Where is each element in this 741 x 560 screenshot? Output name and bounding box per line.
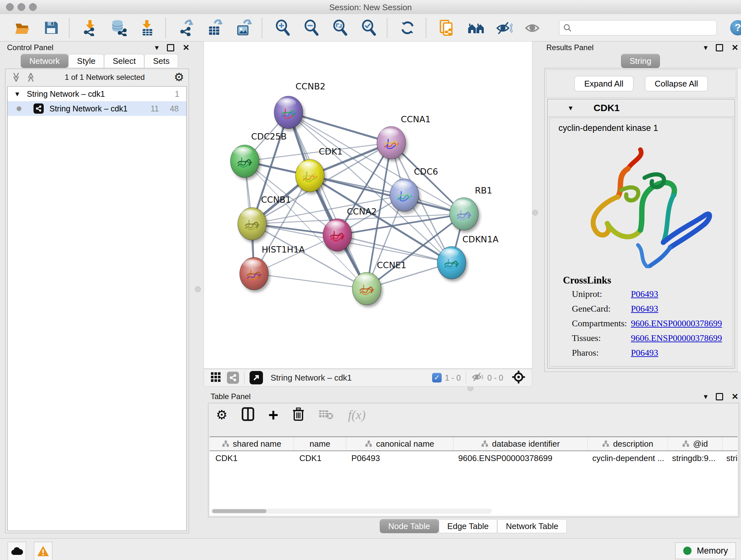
tab-string[interactable]: String (621, 54, 660, 68)
expand-all-networks-icon[interactable]: ≫ (26, 72, 36, 82)
network-node-HIST1H1A[interactable] (240, 257, 268, 290)
collection-expander-icon[interactable]: ▾ (15, 90, 19, 98)
import-network-file-icon[interactable] (82, 19, 98, 36)
crosslink-link[interactable]: P06493 (631, 348, 658, 362)
tab-node-table[interactable]: Node Table (380, 519, 439, 533)
network-row[interactable]: String Network – cdk1 11 48 (8, 101, 186, 116)
float-panel-icon[interactable] (716, 393, 723, 400)
table-cell[interactable]: CDK1 (293, 453, 346, 463)
zoom-in-icon[interactable] (274, 19, 291, 36)
open-session-icon[interactable] (14, 19, 30, 36)
network-collection-row[interactable]: ▾ String Network – cdk1 1 (8, 86, 186, 101)
column-header-namespace[interactable]: namespace (723, 437, 738, 450)
network-node-CCNB2[interactable] (274, 96, 303, 129)
scrollbar-thumb[interactable] (212, 509, 266, 513)
column-header-database-identifier[interactable]: database identifier (454, 437, 588, 450)
network-node-RB1[interactable] (450, 198, 478, 230)
grid-view-icon[interactable] (210, 372, 221, 384)
results-scrollbar[interactable] (737, 68, 741, 372)
table-cell[interactable]: stringdb (721, 453, 738, 463)
warning-icon[interactable] (34, 542, 52, 560)
column-header-shared-name[interactable]: shared name (210, 437, 294, 450)
horizontal-scrollbar[interactable] (211, 509, 492, 514)
fit-content-icon[interactable] (332, 19, 348, 36)
import-table-file-icon[interactable] (139, 19, 156, 36)
network-share-icon[interactable] (227, 372, 239, 384)
float-panel-icon[interactable] (167, 44, 174, 51)
close-panel-icon[interactable]: ✕ (731, 392, 738, 401)
zoom-out-icon[interactable] (303, 19, 320, 36)
network-edge[interactable] (254, 273, 367, 289)
save-session-icon[interactable] (43, 19, 59, 36)
network-edge[interactable] (288, 112, 367, 289)
right-splitter-handle[interactable] (532, 210, 538, 215)
search-field[interactable] (559, 20, 717, 36)
show-columns-icon[interactable] (242, 407, 254, 422)
gene-expander-icon[interactable]: ▾ (569, 104, 572, 112)
network-node-CCNB1[interactable] (238, 207, 266, 240)
tab-network-table[interactable]: Network Table (497, 519, 567, 533)
close-panel-icon[interactable]: ✕ (731, 44, 738, 52)
network-node-CCNE1[interactable] (352, 272, 381, 305)
create-column-icon[interactable]: + (268, 408, 279, 421)
network-canvas[interactable]: CCNB2CCNA1CDC25BCDK1CDC6RB1CCNB1CCNA2CDK… (204, 41, 532, 369)
duplicate-network-icon[interactable] (439, 19, 455, 36)
collapse-all-networks-icon[interactable]: ≫ (11, 72, 21, 82)
column-header-@id[interactable]: @id (668, 437, 723, 450)
tab-edge-table[interactable]: Edge Table (439, 519, 497, 533)
table-options-gear-icon[interactable]: ⚙ (216, 408, 227, 422)
tab-select[interactable]: Select (104, 54, 144, 68)
column-header-name[interactable]: name (294, 437, 346, 450)
crosslink-link[interactable]: P06493 (631, 289, 658, 304)
delete-column-icon[interactable] (292, 407, 305, 423)
export-network-icon[interactable] (178, 19, 195, 36)
table-cell[interactable]: stringdb:9... (666, 453, 721, 463)
tab-sets[interactable]: Sets (144, 54, 178, 68)
hide-selected-icon[interactable] (496, 19, 513, 36)
network-edge[interactable] (337, 235, 452, 263)
left-splitter-handle[interactable] (195, 287, 201, 292)
column-header-description[interactable]: description (588, 437, 668, 450)
export-table-icon[interactable] (207, 19, 223, 36)
float-panel-icon[interactable] (716, 44, 723, 51)
network-node-CDKN1A[interactable] (437, 246, 466, 279)
tab-style[interactable]: Style (68, 54, 104, 68)
network-node-CDC25B[interactable] (230, 145, 259, 178)
open-in-window-icon[interactable] (250, 371, 263, 384)
search-input[interactable] (571, 23, 707, 33)
zoom-selected-icon[interactable] (360, 19, 377, 36)
crosslink-link[interactable]: 9606.ENSP00000378699 (631, 318, 722, 333)
table-header-row[interactable]: shared namenamecanonical namedatabase id… (210, 437, 738, 451)
close-panel-icon[interactable]: ✕ (183, 44, 190, 52)
column-header-canonical-name[interactable]: canonical name (346, 437, 454, 450)
panel-menu-icon[interactable]: ▾ (704, 44, 708, 51)
table-cell[interactable]: 9606.ENSP00000378699 (453, 453, 587, 463)
birds-eye-view-icon[interactable] (512, 370, 526, 385)
network-options-gear-icon[interactable]: ⚙ (174, 71, 184, 84)
show-all-icon[interactable] (525, 19, 541, 36)
crosslink-link[interactable]: 9606.ENSP00000378699 (631, 333, 722, 348)
table-cell[interactable]: CDK1 (210, 453, 293, 463)
panel-menu-icon[interactable]: ▾ (155, 44, 158, 51)
network-node-CCNA1[interactable] (377, 126, 406, 159)
table-cell[interactable]: cyclin-dependent ... (587, 453, 666, 463)
crosslink-link[interactable]: P06493 (631, 304, 658, 318)
import-network-database-icon[interactable] (111, 19, 127, 36)
memory-button[interactable]: Memory (675, 543, 736, 559)
export-image-icon[interactable] (235, 19, 252, 36)
network-node-CDK1[interactable] (295, 159, 324, 192)
network-edge[interactable] (288, 112, 391, 143)
network-node-CDC6[interactable] (390, 179, 419, 211)
collapse-all-button[interactable]: Collapse All (645, 76, 708, 91)
cloud-icon[interactable] (8, 542, 26, 560)
first-neighbors-icon[interactable] (467, 19, 484, 36)
refresh-view-icon[interactable] (400, 19, 416, 36)
table-row[interactable]: CDK1CDK1P064939606.ENSP00000378699cyclin… (210, 451, 738, 465)
table-cell[interactable]: P06493 (346, 453, 453, 463)
help-icon[interactable]: ? (730, 20, 741, 36)
panel-menu-icon[interactable]: ▾ (704, 393, 708, 400)
network-node-CCNA2[interactable] (323, 219, 352, 251)
selected-checkbox-icon[interactable]: ✓ (432, 373, 442, 382)
expand-all-button[interactable]: Expand All (575, 76, 633, 91)
tab-network[interactable]: Network (21, 54, 68, 68)
